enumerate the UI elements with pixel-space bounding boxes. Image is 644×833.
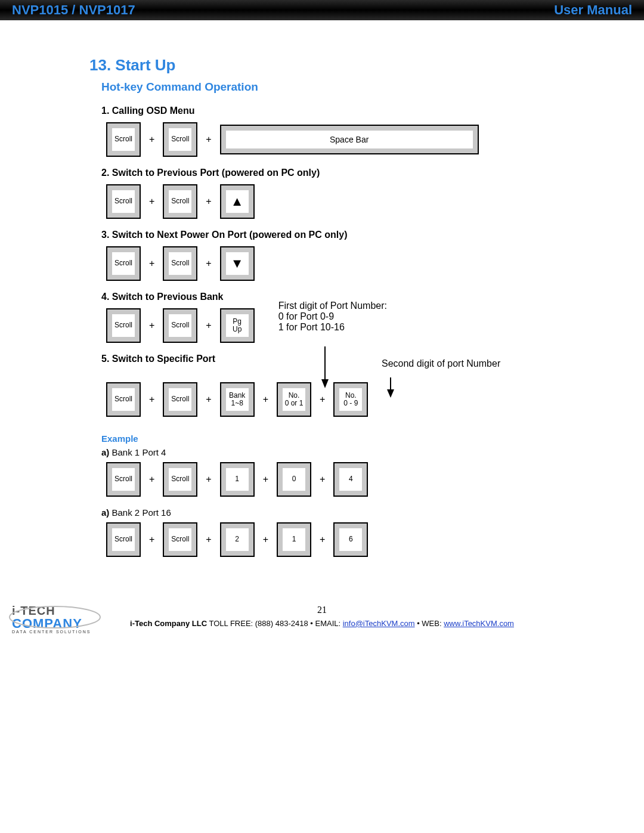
svg-point-4 [10,606,100,628]
section-subtitle: Hot-key Command Operation [101,80,555,94]
plus-icon: + [206,394,211,405]
plus-icon: + [206,196,211,207]
plus-icon: + [263,474,268,485]
arrow-up-key: ▲ [220,184,255,219]
scroll-key: Scroll [106,522,141,557]
num-6-key: 6 [333,522,368,557]
plus-icon: + [206,320,211,331]
plus-icon: + [206,134,211,145]
bank-key: Bank 1~8 [220,382,255,417]
plus-icon: + [263,534,268,545]
scroll-key: Scroll [163,522,197,557]
plus-icon: + [149,134,154,145]
step-1-keys: Scroll + Scroll + Space Bar [106,122,555,157]
plus-icon: + [320,534,325,545]
plus-icon: + [206,258,211,269]
step-4-keys: Scroll + Scroll + Pg Up First digit of P… [106,308,555,343]
header-product: NVP1015 / NVP1017 [12,2,135,18]
scroll-key: Scroll [163,246,197,281]
logo-ellipse-icon [8,600,104,630]
scroll-key: Scroll [163,184,197,219]
step-1-heading: 1. Calling OSD Menu [101,106,555,116]
section-title: 13. Start Up [89,56,555,75]
num-1-key: 1 [277,522,311,557]
arrow-down-icon: ▼ [231,256,244,271]
scroll-key: Scroll [163,122,197,157]
step-2-keys: Scroll + Scroll + ▲ [106,184,555,219]
example-1-keys: Scroll + Scroll + 1 + 0 + 4 [106,462,555,497]
header-bar: NVP1015 / NVP1017 User Manual [0,0,644,20]
spacebar-key: Space Bar [220,125,479,154]
footer: i-TECH COMPANY DATA CENTER SOLUTIONS 21 … [89,605,555,628]
scroll-key: Scroll [106,246,141,281]
step-2-heading: 2. Switch to Previous Port (powered on P… [101,168,555,178]
page-number: 21 [317,605,327,615]
arrow-up-icon: ▲ [231,194,244,209]
scroll-key: Scroll [163,308,197,343]
note-second-digit: Second digit of port Number [382,358,500,369]
step-5-keys: Scroll + Scroll + Bank 1~8 + No. 0 or 1 … [106,382,555,417]
email-link[interactable]: info@iTechKVM.com [343,619,415,628]
step-3-keys: Scroll + Scroll + ▼ [106,246,555,281]
plus-icon: + [149,258,154,269]
scroll-key: Scroll [163,462,197,497]
plus-icon: + [320,474,325,485]
scroll-key: Scroll [106,382,141,417]
header-doc-type: User Manual [554,2,632,18]
no-01-key: No. 0 or 1 [277,382,311,417]
scroll-key: Scroll [106,184,141,219]
example-heading: Example [101,433,555,444]
num-0-key: 0 [277,462,311,497]
plus-icon: + [320,394,325,405]
num-4-key: 4 [333,462,368,497]
plus-icon: + [149,534,154,545]
web-link[interactable]: www.iTechKVM.com [444,619,514,628]
scroll-key: Scroll [163,382,197,417]
footer-text: i-Tech Company LLC TOLL FREE: (888) 483-… [130,619,514,628]
example-a1: a) Bank 1 Port 4 [101,447,555,457]
plus-icon: + [206,534,211,545]
example-a2: a) Bank 2 Port 16 [101,507,555,518]
pgup-key: Pg Up [220,308,255,343]
plus-icon: + [263,394,268,405]
scroll-key: Scroll [106,462,141,497]
scroll-key: Scroll [106,122,141,157]
arrow-down-key: ▼ [220,246,255,281]
scroll-key: Scroll [106,308,141,343]
company-logo: i-TECH COMPANY DATA CENTER SOLUTIONS [12,604,91,634]
num-1-key: 1 [220,462,255,497]
plus-icon: + [149,320,154,331]
plus-icon: + [149,196,154,207]
plus-icon: + [149,394,154,405]
example-2-keys: Scroll + Scroll + 2 + 1 + 6 [106,522,555,557]
plus-icon: + [149,474,154,485]
no-09-key: No. 0 - 9 [333,382,368,417]
plus-icon: + [206,474,211,485]
num-2-key: 2 [220,522,255,557]
note-first-digit: First digit of Port Number: 0 for Port 0… [278,301,387,333]
step-3-heading: 3. Switch to Next Power On Port (powered… [101,230,555,240]
